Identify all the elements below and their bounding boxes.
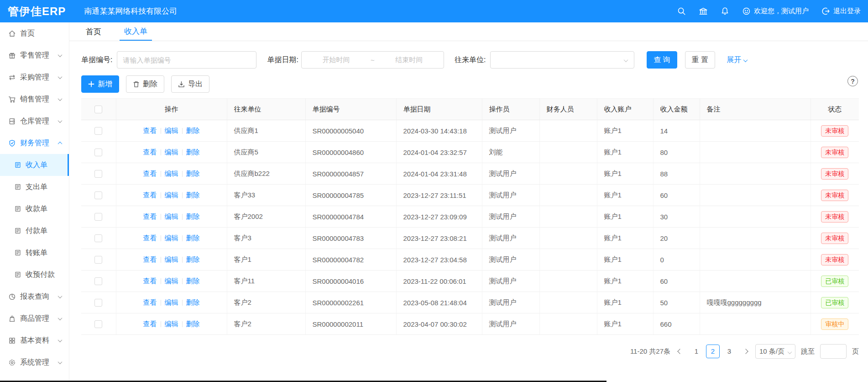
cell-account: 账户1 xyxy=(597,292,653,313)
add-button[interactable]: 新增 xyxy=(81,75,119,93)
sidebar-subitem[interactable]: 付款单 xyxy=(0,220,69,242)
sidebar-subitem-label: 收入单 xyxy=(26,160,47,170)
row-checkbox[interactable] xyxy=(94,320,102,328)
search-button[interactable]: 查 询 xyxy=(647,51,677,69)
status-badge: 未审核 xyxy=(821,233,848,244)
plus-icon xyxy=(88,81,94,87)
sidebar-item-products[interactable]: 商品管理 xyxy=(0,308,69,329)
tab-income[interactable]: 收入单 xyxy=(120,22,152,41)
row-checkbox[interactable] xyxy=(94,127,102,135)
delete-link[interactable]: 删除 xyxy=(186,170,200,177)
page-number-button[interactable]: 2 xyxy=(706,345,720,358)
sidebar-item-finance[interactable]: 财务管理 xyxy=(0,132,69,154)
sidebar-item-sales[interactable]: 销售管理 xyxy=(0,88,69,110)
sidebar-item-home[interactable]: 首页 xyxy=(0,22,69,44)
view-link[interactable]: 查看 xyxy=(143,170,157,177)
col-header-partner: 往来单位 xyxy=(227,99,305,120)
edit-link[interactable]: 编辑 xyxy=(165,170,178,177)
link-separator xyxy=(161,214,161,220)
row-checkbox[interactable] xyxy=(94,256,102,264)
sidebar-subitem[interactable]: 收入单 xyxy=(0,154,69,176)
sidebar-item-system[interactable]: 系统管理 xyxy=(0,351,69,373)
company-name: 南通某某网络科技有限公司 xyxy=(84,6,177,16)
delete-link[interactable]: 删除 xyxy=(186,277,200,285)
cell-account: 账户1 xyxy=(597,313,653,335)
prev-page-button[interactable] xyxy=(676,350,684,353)
tab-home[interactable]: 首页 xyxy=(86,22,101,41)
page-size-select[interactable]: 10 条/页 xyxy=(755,344,795,359)
order-no-input[interactable] xyxy=(117,51,256,69)
col-header-remark: 备注 xyxy=(700,99,810,120)
delete-button[interactable]: 删除 xyxy=(126,75,164,93)
row-checkbox[interactable] xyxy=(94,277,102,285)
cell-account: 账户1 xyxy=(597,271,653,292)
sidebar-item-purchase[interactable]: 采购管理 xyxy=(0,66,69,88)
document-icon xyxy=(14,271,21,278)
view-link[interactable]: 查看 xyxy=(143,320,157,328)
reset-button[interactable]: 重 置 xyxy=(685,51,715,69)
sidebar-subitem[interactable]: 收款单 xyxy=(0,198,69,220)
select-all-checkbox[interactable] xyxy=(94,106,102,113)
export-button[interactable]: 导出 xyxy=(171,75,209,93)
logout-button[interactable]: 退出登录 xyxy=(821,7,861,16)
search-button[interactable] xyxy=(677,7,686,16)
view-link[interactable]: 查看 xyxy=(143,212,157,220)
edit-link[interactable]: 编辑 xyxy=(165,148,178,156)
edit-link[interactable]: 编辑 xyxy=(165,212,178,220)
edit-link[interactable]: 编辑 xyxy=(165,320,178,328)
delete-link[interactable]: 删除 xyxy=(186,191,200,199)
edit-link[interactable]: 编辑 xyxy=(165,127,178,134)
row-checkbox[interactable] xyxy=(94,213,102,221)
sidebar-subitem[interactable]: 收预付款 xyxy=(0,264,69,286)
view-link[interactable]: 查看 xyxy=(143,255,157,263)
delete-link[interactable]: 删除 xyxy=(186,148,200,156)
page-number-button[interactable]: 3 xyxy=(722,345,736,358)
edit-link[interactable]: 编辑 xyxy=(165,277,178,285)
view-link[interactable]: 查看 xyxy=(143,127,157,134)
row-checkbox[interactable] xyxy=(94,234,102,242)
cell-order-date: 2023-12-27 23:09:09 xyxy=(396,206,482,228)
view-link[interactable]: 查看 xyxy=(143,277,157,285)
sidebar-subitem[interactable]: 转账单 xyxy=(0,242,69,264)
row-checkbox[interactable] xyxy=(94,299,102,307)
bank-button[interactable] xyxy=(699,7,708,16)
delete-link[interactable]: 删除 xyxy=(186,320,200,328)
chevron-right-icon xyxy=(743,349,748,354)
edit-link[interactable]: 编辑 xyxy=(165,191,178,199)
sidebar-item-warehouse[interactable]: 仓库管理 xyxy=(0,110,69,132)
partner-select[interactable] xyxy=(490,51,634,69)
notifications-button[interactable] xyxy=(721,7,729,16)
edit-link[interactable]: 编辑 xyxy=(165,234,178,242)
view-link[interactable]: 查看 xyxy=(143,234,157,242)
cell-partner: 客户2002 xyxy=(227,206,305,228)
date-range-input[interactable]: 开始时间 ~ 结束时间 xyxy=(301,51,444,69)
sidebar-subitem[interactable]: 支出单 xyxy=(0,176,69,198)
delete-link[interactable]: 删除 xyxy=(186,127,200,134)
sidebar-item-retail[interactable]: 零售管理 xyxy=(0,44,69,66)
jump-page-input[interactable] xyxy=(820,344,847,359)
user-welcome[interactable]: 欢迎您，测试用户 xyxy=(742,7,809,16)
row-checkbox[interactable] xyxy=(94,149,102,156)
edit-link[interactable]: 编辑 xyxy=(165,255,178,263)
cell-account: 账户1 xyxy=(597,142,653,163)
app-logo[interactable]: 管伊佳ERP xyxy=(8,4,66,19)
delete-link[interactable]: 删除 xyxy=(186,212,200,220)
page-number-button[interactable]: 1 xyxy=(690,345,703,358)
table-row: 查看编辑删除 供应商5 SR00000004860 2024-01-04 23:… xyxy=(81,142,859,163)
sidebar-item-basic-data[interactable]: 基本资料 xyxy=(0,329,69,351)
view-link[interactable]: 查看 xyxy=(143,298,157,306)
sidebar-item-reports[interactable]: 报表查询 xyxy=(0,286,69,308)
delete-link[interactable]: 删除 xyxy=(186,298,200,306)
delete-link[interactable]: 删除 xyxy=(186,255,200,263)
help-button[interactable]: ? xyxy=(847,76,858,86)
expand-link[interactable]: 展开 xyxy=(727,55,747,65)
sidebar-subitem-label: 支出单 xyxy=(26,182,47,192)
view-link[interactable]: 查看 xyxy=(143,191,157,199)
view-link[interactable]: 查看 xyxy=(143,148,157,156)
chevron-down-icon xyxy=(624,56,627,64)
edit-link[interactable]: 编辑 xyxy=(165,298,178,306)
row-checkbox[interactable] xyxy=(94,170,102,178)
delete-link[interactable]: 删除 xyxy=(186,234,200,242)
next-page-button[interactable] xyxy=(742,350,750,353)
row-checkbox[interactable] xyxy=(94,191,102,199)
